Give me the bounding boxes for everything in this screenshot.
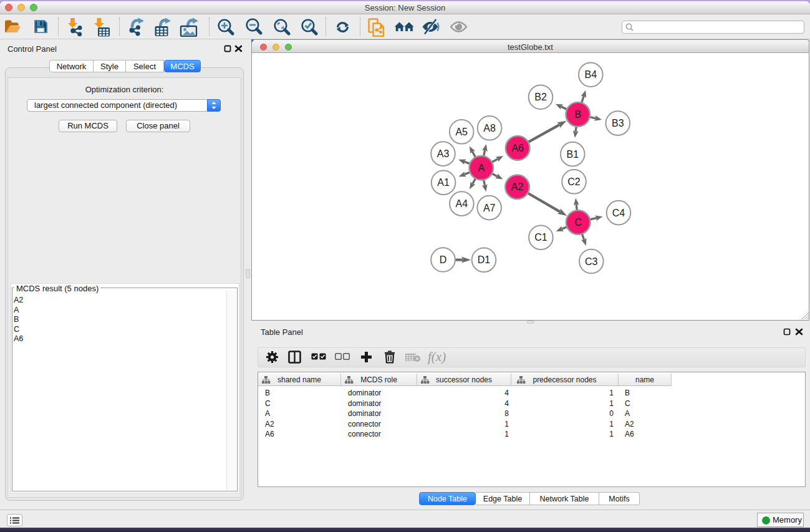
svg-text:D: D <box>440 254 447 265</box>
svg-text:C4: C4 <box>612 208 625 218</box>
svg-text:A6: A6 <box>511 143 524 153</box>
svg-text:B4: B4 <box>585 69 597 80</box>
svg-text:A1: A1 <box>437 177 450 188</box>
svg-text:A: A <box>478 163 485 173</box>
svg-text:C2: C2 <box>567 177 581 187</box>
svg-text:B2: B2 <box>534 92 547 102</box>
svg-text:A3: A3 <box>437 148 450 159</box>
svg-text:C: C <box>574 217 582 228</box>
svg-text:D1: D1 <box>478 254 491 265</box>
svg-text:A8: A8 <box>483 123 496 133</box>
svg-text:C1: C1 <box>534 232 547 243</box>
svg-text:B1: B1 <box>567 149 579 160</box>
svg-text:C3: C3 <box>585 256 598 267</box>
svg-text:A4: A4 <box>456 198 468 209</box>
svg-text:B3: B3 <box>612 118 624 128</box>
svg-text:A7: A7 <box>483 203 496 213</box>
svg-text:B: B <box>574 109 581 120</box>
svg-text:A2: A2 <box>511 181 524 192</box>
svg-text:A5: A5 <box>455 127 468 137</box>
